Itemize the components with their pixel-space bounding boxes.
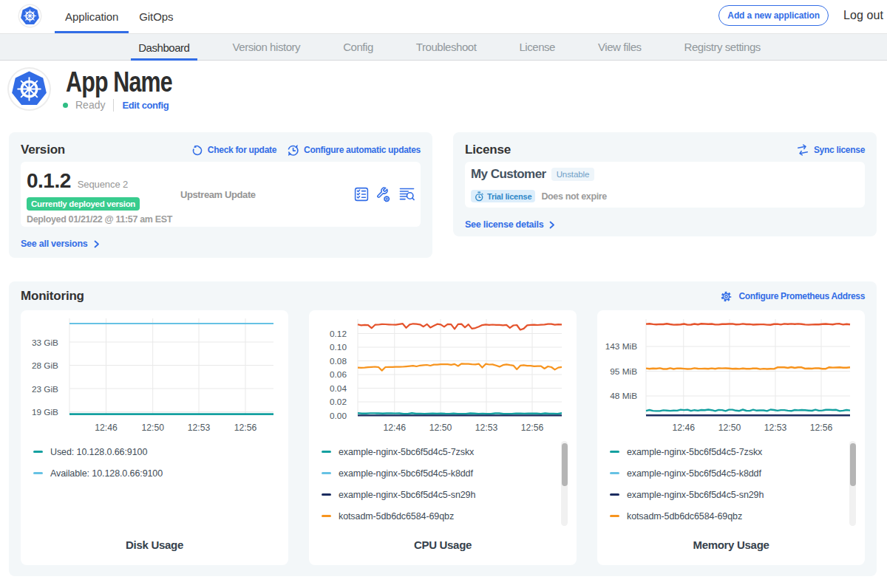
svg-text:12:50: 12:50 bbox=[429, 423, 452, 433]
svg-text:12:50: 12:50 bbox=[718, 423, 741, 433]
svg-text:0.04: 0.04 bbox=[330, 383, 347, 394]
svg-text:33 GiB: 33 GiB bbox=[32, 338, 58, 348]
svg-text:12:53: 12:53 bbox=[475, 423, 498, 433]
svg-text:28 GiB: 28 GiB bbox=[32, 360, 58, 371]
svg-text:12:46: 12:46 bbox=[384, 423, 407, 433]
svg-text:12:46: 12:46 bbox=[95, 423, 118, 433]
svg-text:12:53: 12:53 bbox=[764, 423, 787, 433]
svg-text:12:56: 12:56 bbox=[234, 423, 257, 433]
svg-text:95 MiB: 95 MiB bbox=[610, 366, 637, 377]
svg-text:0.12: 0.12 bbox=[330, 329, 347, 339]
svg-text:0.06: 0.06 bbox=[330, 369, 347, 380]
svg-text:12:46: 12:46 bbox=[673, 423, 696, 433]
svg-text:12:53: 12:53 bbox=[188, 423, 211, 433]
svg-text:12:50: 12:50 bbox=[141, 423, 164, 433]
svg-text:0.08: 0.08 bbox=[330, 356, 347, 366]
svg-text:48 MiB: 48 MiB bbox=[610, 391, 637, 401]
svg-text:12:56: 12:56 bbox=[810, 423, 833, 433]
svg-text:0.10: 0.10 bbox=[330, 342, 347, 352]
svg-text:12:56: 12:56 bbox=[521, 423, 544, 433]
svg-text:0.02: 0.02 bbox=[330, 397, 347, 407]
svg-text:143 MiB: 143 MiB bbox=[605, 341, 637, 352]
svg-text:23 GiB: 23 GiB bbox=[32, 384, 58, 394]
svg-text:0.00: 0.00 bbox=[330, 411, 347, 421]
svg-text:19 GiB: 19 GiB bbox=[32, 407, 58, 417]
